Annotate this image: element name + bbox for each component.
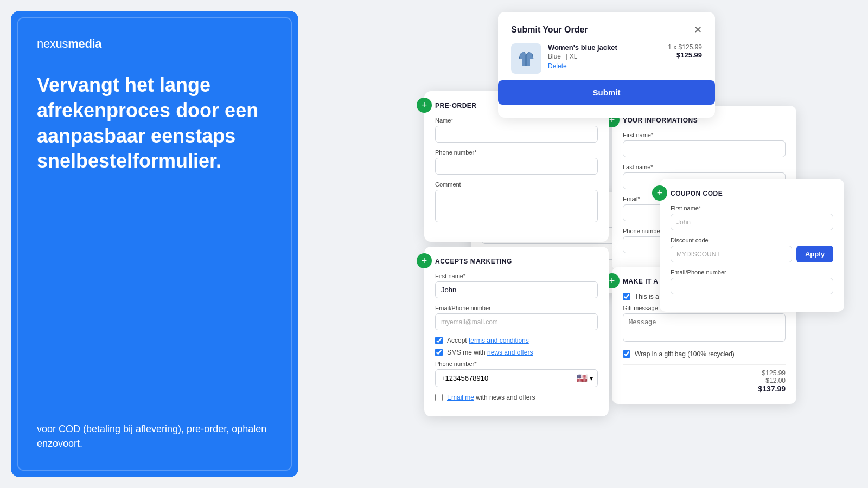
gift-message-input[interactable] [623,313,786,342]
right-panel: Submit Your Order ✕ Women's blue jacket … [298,0,868,488]
terms-link[interactable]: terms and conditions [469,337,529,344]
sms-checkbox[interactable] [435,349,443,356]
discount-row: Apply [671,246,833,262]
marketing-card: + ACCEPTS MARKETING First name* Email/Ph… [424,247,609,416]
checkbox-email: Email me with news and offers [435,394,598,401]
discount-label: Discount code [671,237,833,243]
email-link[interactable]: Email me [447,394,474,401]
info-fname-input[interactable] [623,140,786,157]
headline: Vervangt het lange afrekenproces door ee… [37,73,272,174]
logo-bold: media [68,37,101,50]
email-checkbox[interactable] [435,394,443,401]
phone-input-wrapper: 🇺🇸 ▾ [435,369,598,387]
coupon-email-input[interactable] [671,278,833,294]
coupon-title: COUPON CODE [671,190,833,197]
order-modal: Submit Your Order ✕ Women's blue jacket … [498,12,715,118]
gift-wrap-label: Wrap in a gift bag (100% recycled) [635,350,735,358]
marketing-email-input[interactable] [435,313,598,330]
preorder-plus-btn[interactable]: + [417,98,432,113]
info-title: YOUR INFORMATIONS [623,117,786,124]
sms-link[interactable]: news and offers [487,349,533,356]
close-button[interactable]: ✕ [694,25,702,35]
price-summary: $125.99 $12.00 $137.99 [623,364,786,393]
gift-checkbox[interactable] [623,293,630,300]
delete-link[interactable]: Delete [548,62,661,70]
gift-wrap-row: Wrap in a gift bag (100% recycled) [623,350,786,358]
marketing-plus-btn[interactable]: + [417,253,432,268]
submit-button[interactable]: Submit [498,80,715,105]
price-line1: $125.99 [623,369,786,377]
preorder-comment-label: Comment [435,181,598,188]
flag-chevron: ▾ [590,375,593,382]
marketing-fname-input[interactable] [435,281,598,298]
marketing-title: ACCEPTS MARKETING [435,258,598,265]
order-modal-title: Submit Your Order [511,25,588,35]
preorder-phone-label: Phone number* [435,149,598,156]
terms-checkbox[interactable] [435,337,443,344]
product-price: $125.99 [668,51,702,59]
discount-input[interactable] [671,246,792,262]
price-line2: $12.00 [623,377,786,384]
logo: nexusmedia [37,37,272,51]
coupon-fname-input[interactable] [671,214,833,230]
preorder-name-input[interactable] [435,126,598,143]
marketing-email-label: Email/Phone number [435,305,598,311]
info-lname-label: Last name* [623,164,786,170]
phone-input[interactable] [436,370,572,386]
preorder-comment-input[interactable] [435,190,598,222]
coupon-card: + COUPON CODE First name* Discount code … [660,179,844,312]
price-total: $137.99 [623,384,786,393]
product-qty: 1 x $125.99 [668,43,702,51]
preorder-name-label: Name* [435,117,598,124]
flag-emoji: 🇺🇸 [577,373,588,383]
left-panel: nexusmedia Vervangt het lange afrekenpro… [11,11,298,477]
marketing-phone-label: Phone number* [435,361,598,367]
logo-light: nexus [37,37,68,50]
product-variants: Blue | XL [548,53,661,60]
subtext: voor COD (betaling bij aflevering), pre-… [37,389,272,451]
info-fname-label: First name* [623,132,786,138]
flag-selector[interactable]: 🇺🇸 ▾ [572,370,597,387]
product-pricing: 1 x $125.99 $125.99 [668,43,702,59]
checkbox-terms: Accept terms and conditions [435,337,598,344]
product-name: Women's blue jacket [548,43,661,52]
coupon-plus-btn[interactable]: + [652,185,667,201]
preorder-phone-input[interactable] [435,158,598,175]
coupon-email-label: Email/Phone number [671,269,833,275]
svg-rect-0 [525,55,527,66]
product-image [511,43,541,74]
checkbox-sms: SMS me with news and offers [435,349,598,356]
apply-button[interactable]: Apply [796,246,833,262]
gift-wrap-checkbox[interactable] [623,350,630,358]
coupon-fname-label: First name* [671,205,833,211]
marketing-fname-label: First name* [435,273,598,279]
